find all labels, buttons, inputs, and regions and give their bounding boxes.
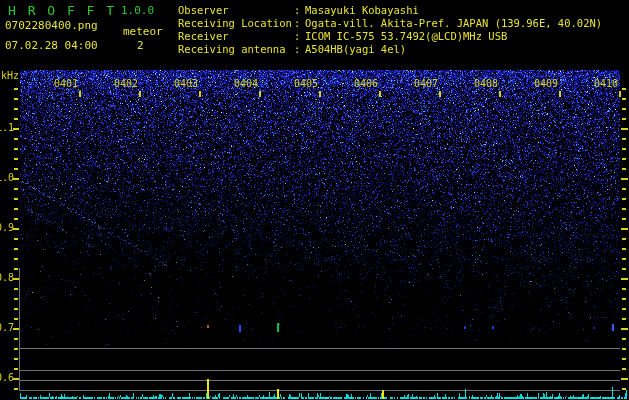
info-separator: : [294,44,300,55]
info-label: Receiving Location [178,18,292,29]
datetime-label: 07.02.28 04:00 [5,40,98,51]
app-title: H R O F F T [8,4,116,17]
info-value: Masayuki Kobayashi [305,5,419,16]
info-label: Receiver [178,31,229,42]
freq-label-1.1: 1.1 [0,123,13,133]
time-label-0409: 0409 [534,79,558,89]
info-separator: : [294,5,300,16]
freq-label-0.7: 0.7 [0,323,13,333]
time-label-0406: 0406 [354,79,378,89]
time-label-0408: 0408 [474,79,498,89]
freq-label-1.0: 1.0 [0,173,13,183]
info-separator: : [294,18,300,29]
time-label-0410: 0410 [594,79,618,89]
time-label-0405: 0405 [294,79,318,89]
spectrogram-canvas [0,0,629,400]
time-label-0403: 0403 [174,79,198,89]
info-value: Ogata-vill. Akita-Pref. JAPAN (139.96E, … [305,18,602,29]
freq-label-0.6: 0.6 [0,373,13,383]
info-value: A504HB(yagi 4el) [305,44,406,55]
info-label: Observer [178,5,229,16]
app-version: 1.0.0 [121,5,154,16]
event-count: 2 [137,40,144,51]
output-filename: 0702280400.png [5,20,98,31]
time-label-0404: 0404 [234,79,258,89]
info-label: Receiving antenna [178,44,285,55]
mode-label: meteor [123,26,163,37]
time-label-0401: 0401 [54,79,78,89]
freq-label-0.8: 0.8 [0,273,13,283]
info-value: ICOM IC-575 53.7492(@LCD)MHz USB [305,31,507,42]
freq-unit-label: kHz [1,71,19,81]
info-separator: : [294,31,300,42]
freq-label-0.9: 0.9 [0,223,13,233]
time-label-0402: 0402 [114,79,138,89]
time-label-0407: 0407 [414,79,438,89]
hrofft-screen: H R O F F T 1.0.0 0702280400.png meteor … [0,0,629,400]
